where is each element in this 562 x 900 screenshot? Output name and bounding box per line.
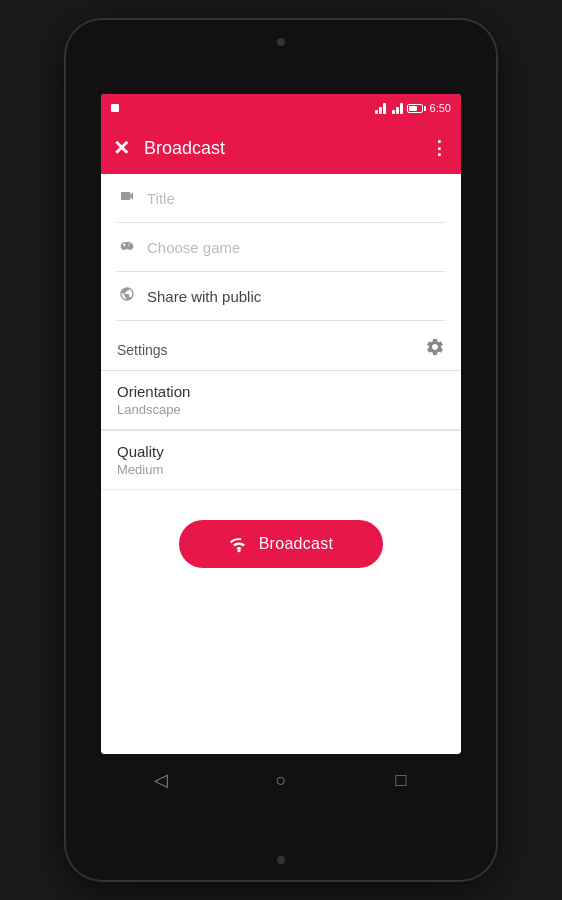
game-field-row[interactable]: Choose game	[117, 223, 445, 272]
recents-button[interactable]: □	[386, 765, 416, 795]
camera	[277, 38, 285, 46]
broadcast-button[interactable]: Broadcast	[179, 520, 384, 568]
wifi-icon	[392, 102, 403, 114]
share-field-row[interactable]: Share with public	[117, 272, 445, 321]
app-bar-title: Broadcast	[144, 138, 430, 159]
signal-bars-icon	[375, 102, 386, 114]
main-content: Title Choose game	[101, 174, 461, 754]
broadcast-icon	[229, 534, 249, 554]
broadcast-button-label: Broadcast	[259, 535, 334, 553]
orientation-value: Landscape	[117, 402, 445, 417]
status-bar: 6:50	[101, 94, 461, 122]
home-button[interactable]: ○	[266, 765, 296, 795]
orientation-setting-row[interactable]: Orientation Landscape	[101, 371, 461, 430]
status-right: 6:50	[375, 102, 451, 114]
globe-icon	[117, 286, 137, 306]
title-field-row[interactable]: Title	[117, 174, 445, 223]
orientation-label: Orientation	[117, 383, 445, 400]
status-time: 6:50	[430, 102, 451, 114]
settings-header: Settings	[101, 321, 461, 370]
form-section: Title Choose game	[101, 174, 461, 321]
quality-label: Quality	[117, 443, 445, 460]
back-button[interactable]: ◁	[146, 765, 176, 795]
navigation-bar: ◁ ○ □	[101, 754, 461, 806]
status-left	[111, 104, 119, 112]
app-bar: ✕ Broadcast ⋮	[101, 122, 461, 174]
bottom-dot	[277, 856, 285, 864]
gamepad-icon	[117, 237, 137, 257]
share-label: Share with public	[147, 288, 261, 305]
title-placeholder: Title	[147, 190, 175, 207]
video-icon	[117, 188, 137, 208]
quality-setting-row[interactable]: Quality Medium	[101, 431, 461, 490]
device-frame: 6:50 ✕ Broadcast ⋮ Title	[66, 20, 496, 880]
battery-icon	[407, 104, 426, 113]
screen: 6:50 ✕ Broadcast ⋮ Title	[101, 94, 461, 754]
settings-section-label: Settings	[117, 342, 168, 358]
game-placeholder: Choose game	[147, 239, 240, 256]
svg-point-0	[237, 549, 240, 552]
close-button[interactable]: ✕	[113, 138, 130, 158]
more-options-button[interactable]: ⋮	[430, 137, 449, 159]
gear-icon[interactable]	[425, 337, 445, 362]
notification-dot-icon	[111, 104, 119, 112]
broadcast-section: Broadcast	[101, 490, 461, 598]
quality-value: Medium	[117, 462, 445, 477]
